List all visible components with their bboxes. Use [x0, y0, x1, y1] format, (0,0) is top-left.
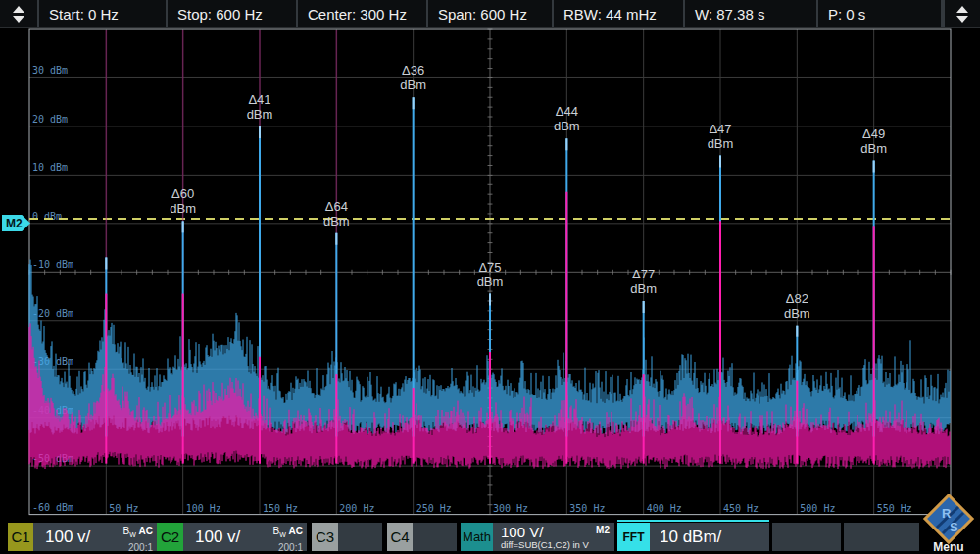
math-formula: diff=SUB(C1,C2) in V [501, 539, 589, 550]
c4-label: C4 [390, 529, 409, 545]
c2-label: C2 [161, 529, 179, 545]
position-value: P: 0 s [828, 6, 865, 23]
c1-probe-ratio: 200:1 [128, 542, 153, 553]
fft-chip[interactable]: FFT [617, 523, 650, 551]
svg-text:dBm: dBm [323, 214, 350, 228]
header-stop-field[interactable]: Stop: 600 Hz [166, 0, 296, 27]
c2-coupling-block: BW AC 200:1 [272, 524, 303, 553]
c1-scale-value: 100 v/ [45, 523, 90, 551]
channel-c2-panel[interactable]: 100 v/ BW AC 200:1 [183, 523, 307, 551]
header-center-field[interactable]: Center: 300 Hz [296, 0, 426, 27]
window-value: W: 87.38 s [695, 6, 764, 23]
svg-text:150 Hz: 150 Hz [263, 503, 298, 514]
header-bar: Start: 0 Hz Stop: 600 Hz Center: 300 Hz … [0, 0, 980, 28]
arrow-up-icon [956, 6, 968, 13]
svg-text:500 Hz: 500 Hz [800, 503, 835, 514]
svg-text:550 Hz: 550 Hz [877, 503, 912, 514]
rs-logo: R S [917, 494, 980, 545]
fft-scale-value: 10 dBm/ [660, 523, 721, 551]
svg-text:Δ49: Δ49 [862, 126, 885, 141]
rbw-value: RBW: 44 mHz [564, 6, 657, 23]
math-label: Math [463, 529, 491, 544]
svg-text:20 dBm: 20 dBm [32, 114, 68, 125]
c2-probe-ratio: 200:1 [278, 542, 303, 553]
svg-text:250 Hz: 250 Hz [416, 503, 452, 514]
svg-text:Δ36: Δ36 [402, 63, 424, 77]
channel-c4-chip[interactable]: C4 [387, 523, 413, 551]
svg-text:dBm: dBm [784, 306, 810, 321]
header-collapse-left-button[interactable] [0, 0, 37, 27]
svg-text:Δ60: Δ60 [172, 186, 194, 201]
arrow-down-icon [956, 16, 968, 23]
svg-text:-60 dBm: -60 dBm [32, 502, 74, 513]
svg-text:dBm: dBm [400, 77, 426, 92]
channel-c4-panel[interactable] [413, 523, 457, 551]
fft-panel[interactable]: 10 dBm/ [650, 523, 769, 551]
svg-text:dBm: dBm [554, 119, 580, 133]
menu-button-label: Menu [917, 540, 980, 554]
spare-panel-1[interactable] [772, 523, 841, 551]
math-scale-value: 100 V/ [501, 524, 543, 540]
header-collapse-right-button[interactable] [943, 0, 980, 27]
svg-text:30 dBm: 30 dBm [32, 65, 68, 76]
status-bar: C1 100 v/ BW AC 200:1 C2 100 v/ BW AC 20… [0, 520, 980, 554]
header-rbw-field[interactable]: RBW: 44 mHz [552, 0, 683, 27]
channel-c2-chip[interactable]: C2 [157, 523, 183, 551]
arrow-down-icon [13, 16, 24, 23]
start-value: Start: 0 Hz [49, 6, 119, 23]
svg-text:0 dBm: 0 dBm [32, 211, 62, 222]
svg-text:dBm: dBm [247, 107, 273, 122]
c1-coupling-block: BW AC 200:1 [122, 524, 153, 553]
c1-label: C1 [11, 529, 29, 545]
stop-value: Stop: 600 Hz [177, 6, 263, 23]
svg-text:50 Hz: 50 Hz [109, 503, 138, 514]
svg-text:dBm: dBm [477, 275, 504, 289]
svg-text:400 Hz: 400 Hz [647, 503, 682, 514]
center-value: Center: 300 Hz [308, 6, 407, 23]
math-chip[interactable]: Math [461, 523, 493, 551]
delta-marker-labels: Δ60dBmΔ41dBmΔ64dBmΔ36dBmΔ75dBmΔ44dBmΔ77d… [170, 63, 887, 320]
svg-text:R: R [942, 506, 952, 521]
marker-m2-label: M2 [6, 217, 23, 230]
svg-text:dBm: dBm [860, 141, 887, 156]
fft-highlight-line [617, 520, 769, 522]
svg-text:10 dBm: 10 dBm [32, 162, 68, 173]
channel-c3-chip[interactable]: C3 [312, 523, 338, 551]
svg-text:Δ77: Δ77 [632, 267, 655, 281]
svg-text:350 Hz: 350 Hz [569, 503, 605, 514]
span-value: Span: 600 Hz [438, 6, 527, 23]
c1-bandwidth-coupling: BW AC [122, 526, 153, 536]
svg-text:Δ44: Δ44 [556, 104, 578, 119]
menu-button[interactable]: R S Menu [917, 494, 980, 554]
header-span-field[interactable]: Span: 600 Hz [426, 0, 552, 27]
svg-text:Δ75: Δ75 [478, 260, 501, 275]
spare-panel-2[interactable] [844, 523, 919, 551]
svg-text:300 Hz: 300 Hz [493, 503, 528, 514]
fft-spectrum-plot: 30 dBm20 dBm10 dBm0 dBm-10 dBm-20 dBm-30… [0, 27, 980, 520]
svg-text:dBm: dBm [630, 281, 657, 296]
header-window-field[interactable]: W: 87.38 s [683, 0, 816, 27]
c2-scale-value: 100 v/ [195, 523, 240, 551]
channel-c1-chip[interactable]: C1 [8, 523, 33, 551]
svg-text:S: S [950, 520, 958, 534]
svg-text:200 Hz: 200 Hz [339, 503, 374, 514]
svg-text:dBm: dBm [170, 201, 196, 216]
math-panel[interactable]: 100 V/ diff=SUB(C1,C2) in V M2 [493, 523, 614, 551]
svg-text:Δ64: Δ64 [325, 199, 348, 214]
svg-text:dBm: dBm [708, 136, 734, 151]
svg-text:450 Hz: 450 Hz [723, 503, 759, 514]
svg-text:Δ47: Δ47 [709, 122, 731, 136]
svg-text:100 Hz: 100 Hz [186, 503, 221, 514]
header-position-field[interactable]: P: 0 s [816, 0, 943, 27]
header-start-field[interactable]: Start: 0 Hz [37, 0, 166, 27]
svg-text:-20 dBm: -20 dBm [32, 308, 74, 319]
oscilloscope-fft-screen: Start: 0 Hz Stop: 600 Hz Center: 300 Hz … [0, 0, 980, 554]
fft-label: FFT [623, 530, 645, 544]
svg-text:-10 dBm: -10 dBm [32, 259, 74, 270]
svg-text:Δ41: Δ41 [248, 92, 270, 107]
arrow-up-icon [13, 6, 24, 13]
svg-text:Δ82: Δ82 [786, 291, 808, 306]
channel-c3-panel[interactable] [338, 523, 382, 551]
channel-c1-panel[interactable]: 100 v/ BW AC 200:1 [33, 523, 157, 551]
math-marker-ref: M2 [596, 525, 610, 535]
